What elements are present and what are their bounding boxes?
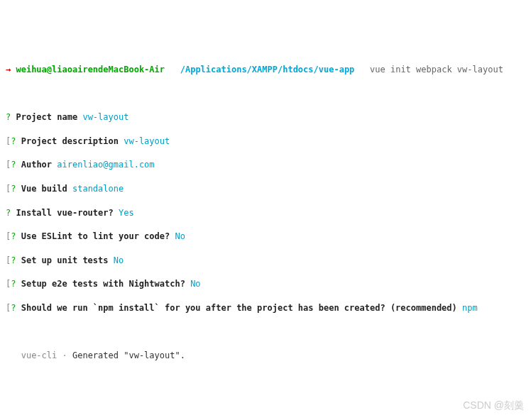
question-value: No xyxy=(114,255,124,265)
question-row: [? Use ESLint to lint your code? No xyxy=(6,231,525,243)
question-value: airenliao@gmail.com xyxy=(57,160,154,170)
hostname: liaoairendeMacBook-Air xyxy=(52,65,165,74)
question-value: npm xyxy=(462,303,478,313)
question-value: standalone xyxy=(72,184,124,194)
cwd-path: /Applications/XAMPP/htdocs/vue-app xyxy=(180,65,355,74)
command: vue init webpack vw-layout xyxy=(370,65,503,74)
question-row: [? Setup e2e tests with Nightwatch? No xyxy=(6,278,525,290)
question-row: ? Project name vw-layout xyxy=(6,111,525,123)
question-row: [? Vue build standalone xyxy=(6,183,525,195)
question-row: [? Project description vw-layout xyxy=(6,136,525,148)
question-label: Should we run `npm install` for you afte… xyxy=(21,303,457,313)
question-value: Yes xyxy=(119,208,134,218)
generated-line: vue-cli · Generated "vw-layout". xyxy=(6,350,525,362)
question-value: vw-layout xyxy=(82,112,128,122)
question-label: Use ESLint to lint your code? xyxy=(21,231,170,241)
question-value: vw-layout xyxy=(124,136,170,146)
terminal-output: → weihua@liaoairendeMacBook-Air /Applica… xyxy=(6,52,525,420)
question-row: [? Author airenliao@gmail.com xyxy=(6,159,525,171)
question-row: [? Set up unit tests No xyxy=(6,255,525,267)
question-value: No xyxy=(190,279,200,289)
question-row: [? Should we run `npm install` for you a… xyxy=(6,302,525,314)
question-value: No xyxy=(175,231,185,241)
question-label: Author xyxy=(21,160,52,170)
prompt-line: → weihua@liaoairendeMacBook-Air /Applica… xyxy=(6,64,525,76)
question-label: Setup e2e tests with Nightwatch? xyxy=(21,279,185,289)
question-label: Set up unit tests xyxy=(21,255,109,265)
at-sign: @ xyxy=(47,65,52,74)
question-label: Project description xyxy=(21,136,119,146)
question-row: ? Install vue-router? Yes xyxy=(6,207,525,219)
question-label: Install vue-router? xyxy=(16,208,113,218)
question-label: Vue build xyxy=(21,184,67,194)
question-label: Project name xyxy=(16,112,77,122)
arrow-icon: → xyxy=(6,65,11,74)
username: weihua xyxy=(16,65,46,74)
